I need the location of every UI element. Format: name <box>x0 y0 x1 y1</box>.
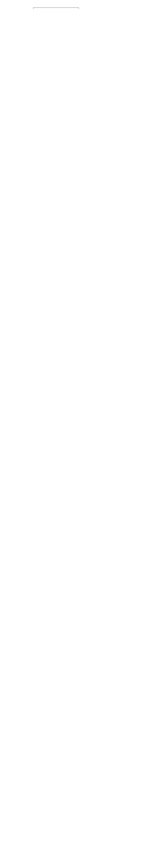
attributes-group: attributes partidThe identifier of the p… <box>33 7 79 9</box>
